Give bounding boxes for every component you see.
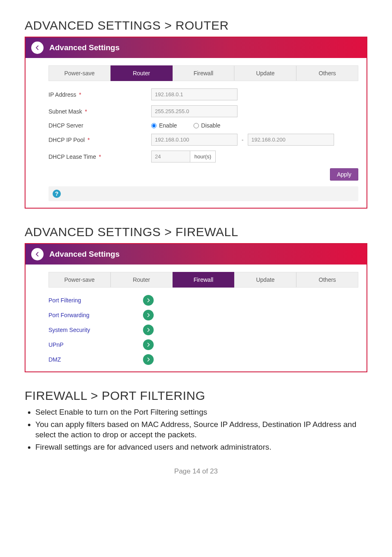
go-port-forwarding[interactable]: [143, 310, 154, 320]
tabs-row: Power-save Router Firewall Update Others: [48, 272, 358, 288]
radio-enable[interactable]: Enable: [151, 122, 177, 129]
dhcp-pool-end-input[interactable]: [248, 134, 334, 146]
page-footer: Page 14 of 23: [25, 467, 367, 476]
apply-row: Apply: [48, 168, 358, 181]
link-upnp[interactable]: UPnP: [48, 341, 143, 348]
help-icon[interactable]: ?: [53, 190, 61, 198]
label-ip-address-text: IP Address: [48, 91, 76, 98]
go-system-security[interactable]: [143, 325, 154, 335]
tab-power-save[interactable]: Power-save: [48, 272, 111, 288]
tabs-row: Power-save Router Firewall Update Others: [48, 65, 358, 81]
radio-enable-input[interactable]: [151, 123, 157, 128]
radio-disable[interactable]: Disable: [194, 122, 221, 129]
required-mark: *: [79, 91, 81, 98]
apply-button[interactable]: Apply: [330, 168, 358, 181]
lease-time-unit: hour(s): [190, 151, 216, 162]
heading-port-filtering: FIREWALL > PORT FILTERING: [25, 389, 367, 403]
chevron-right-icon: [146, 342, 151, 347]
label-dhcp-pool-text: DHCP IP Pool: [48, 137, 85, 143]
label-subnet-text: Subnet Mask: [48, 108, 82, 115]
lease-time-input[interactable]: [151, 151, 190, 162]
row-dhcp-pool: DHCP IP Pool * -: [48, 134, 358, 146]
router-panel: Advanced Settings Power-save Router Fire…: [25, 37, 367, 209]
dhcp-pool-start-input[interactable]: [151, 134, 238, 146]
row-dhcp-server: DHCP Server Enable Disable: [48, 122, 358, 129]
go-upnp[interactable]: [143, 339, 154, 350]
panel-title: Advanced Settings: [49, 250, 120, 259]
chevron-left-icon: [35, 251, 40, 257]
heading-firewall: ADVANCED SETTINGS > FIREWALL: [25, 225, 367, 239]
label-dhcp-pool: DHCP IP Pool *: [48, 137, 151, 143]
label-dhcp-server: DHCP Server: [48, 122, 151, 129]
ip-address-input[interactable]: [151, 88, 238, 100]
bullet-item: Select Enable to turn on the Port Filter…: [35, 407, 367, 418]
row-system-security: System Security: [48, 325, 358, 335]
label-lease-time: DHCP Lease Time *: [48, 153, 151, 160]
back-button[interactable]: [31, 42, 44, 54]
row-port-filtering: Port Filtering: [48, 295, 358, 306]
link-port-forwarding[interactable]: Port Forwarding: [48, 312, 143, 318]
chevron-right-icon: [146, 313, 151, 318]
dhcp-pool-separator: -: [242, 137, 244, 143]
radio-disable-input[interactable]: [194, 123, 199, 128]
bullet-item: Firewall settings are for advanced users…: [35, 442, 367, 453]
go-port-filtering[interactable]: [143, 295, 154, 306]
panel-title: Advanced Settings: [49, 43, 120, 52]
tab-router[interactable]: Router: [111, 272, 173, 288]
required-mark: *: [85, 108, 87, 115]
link-dmz[interactable]: DMZ: [48, 356, 143, 363]
dhcp-radio-group: Enable Disable: [151, 122, 220, 129]
chevron-right-icon: [146, 357, 151, 362]
tab-firewall[interactable]: Firewall: [173, 65, 235, 81]
row-ip-address: IP Address *: [48, 88, 358, 100]
router-panel-body: Power-save Router Firewall Update Others…: [25, 58, 367, 208]
tab-power-save[interactable]: Power-save: [48, 65, 111, 81]
heading-router: ADVANCED SETTINGS > ROUTER: [25, 19, 367, 32]
chevron-left-icon: [35, 45, 40, 51]
row-dmz: DMZ: [48, 354, 358, 365]
tab-update[interactable]: Update: [234, 65, 296, 81]
link-system-security[interactable]: System Security: [48, 327, 143, 333]
row-upnp: UPnP: [48, 339, 358, 350]
link-port-filtering[interactable]: Port Filtering: [48, 297, 143, 304]
label-ip-address: IP Address *: [48, 91, 151, 98]
chevron-right-icon: [146, 298, 151, 303]
bullet-item: You can apply filters based on MAC Addre…: [35, 419, 367, 440]
subnet-input[interactable]: [151, 105, 238, 117]
tab-others[interactable]: Others: [296, 272, 358, 288]
help-row: ?: [48, 186, 358, 201]
label-lease-time-text: DHCP Lease Time: [48, 153, 96, 160]
radio-disable-label: Disable: [201, 122, 221, 129]
port-filtering-bullets: Select Enable to turn on the Port Filter…: [25, 407, 367, 453]
go-dmz[interactable]: [143, 354, 154, 365]
label-subnet: Subnet Mask *: [48, 108, 151, 115]
row-subnet: Subnet Mask *: [48, 105, 358, 117]
tab-others[interactable]: Others: [296, 65, 358, 81]
tab-router[interactable]: Router: [111, 65, 173, 81]
tab-update[interactable]: Update: [234, 272, 296, 288]
row-lease-time: DHCP Lease Time * hour(s): [48, 151, 358, 162]
tab-firewall[interactable]: Firewall: [173, 272, 235, 288]
row-port-forwarding: Port Forwarding: [48, 310, 358, 320]
back-button[interactable]: [31, 248, 44, 260]
radio-enable-label: Enable: [159, 122, 177, 129]
chevron-right-icon: [146, 327, 151, 332]
panel-header: Advanced Settings: [25, 244, 367, 265]
required-mark: *: [99, 153, 101, 160]
firewall-panel: Advanced Settings Power-save Router Fire…: [25, 243, 367, 372]
firewall-panel-body: Power-save Router Firewall Update Others…: [25, 265, 367, 371]
panel-header: Advanced Settings: [25, 37, 367, 58]
required-mark: *: [88, 137, 90, 143]
